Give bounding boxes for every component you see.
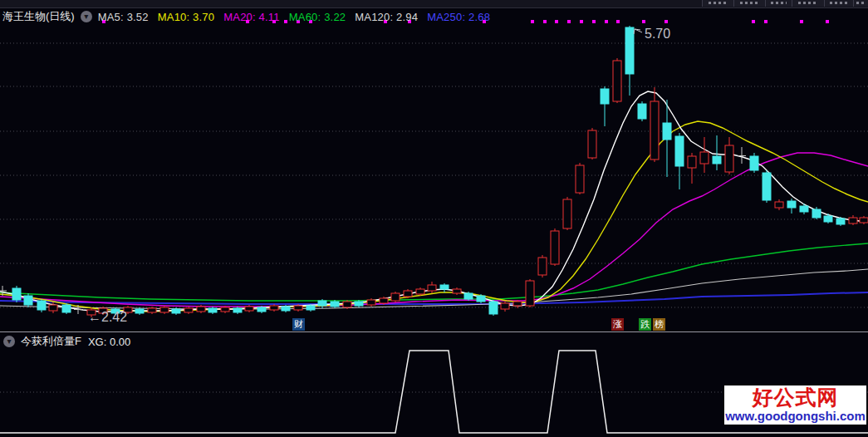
candle bbox=[551, 228, 559, 266]
candle bbox=[12, 286, 21, 302]
candle bbox=[650, 87, 659, 162]
candle bbox=[24, 293, 32, 307]
candle bbox=[404, 289, 412, 298]
candle bbox=[501, 302, 509, 312]
watermark-title: 好公式网 bbox=[724, 386, 866, 409]
candle bbox=[601, 86, 609, 126]
indicator-name: 今获利倍量F bbox=[21, 334, 81, 349]
candle bbox=[700, 137, 709, 173]
price-annotation: 5.70 bbox=[645, 27, 670, 41]
candle bbox=[148, 307, 156, 314]
ma-line-MA10 bbox=[0, 121, 868, 312]
candle bbox=[37, 299, 46, 312]
candle bbox=[391, 292, 400, 302]
chevron-down-icon[interactable] bbox=[3, 336, 15, 347]
ma-legend-item: MA10: 3.70 bbox=[158, 11, 215, 23]
candle bbox=[197, 305, 205, 313]
stock-title: 海王生物(日线) bbox=[2, 9, 75, 24]
candle bbox=[526, 279, 534, 307]
candle bbox=[440, 283, 449, 292]
ma-line-MA5 bbox=[0, 91, 868, 312]
candle bbox=[763, 170, 771, 203]
candle bbox=[270, 304, 278, 312]
candle bbox=[860, 216, 868, 224]
event-badge[interactable]: 涨 bbox=[611, 318, 624, 331]
watermark-url: www.goodgongshi.com bbox=[724, 409, 866, 423]
candle bbox=[787, 199, 796, 214]
candle bbox=[663, 100, 671, 177]
ma-lines-layer bbox=[0, 91, 868, 312]
candle bbox=[233, 307, 242, 314]
candle bbox=[576, 163, 584, 194]
candle bbox=[343, 300, 351, 309]
ma-legend: MA5: 3.52MA10: 3.70MA20: 4.11MA60: 3.22M… bbox=[98, 11, 490, 23]
candle bbox=[489, 300, 498, 316]
ma-line-MA60 bbox=[0, 243, 868, 301]
indicator-header: 今获利倍量F XG: 0.00 bbox=[0, 333, 868, 350]
event-badge[interactable]: 榜 bbox=[653, 318, 665, 331]
candle bbox=[588, 128, 596, 160]
panel-divider[interactable] bbox=[0, 331, 868, 332]
candle bbox=[464, 292, 473, 301]
candle bbox=[477, 294, 485, 303]
candle bbox=[331, 300, 339, 308]
candle bbox=[738, 147, 746, 164]
candle bbox=[160, 306, 169, 314]
indicator-value: XG: 0.00 bbox=[88, 336, 130, 348]
candle bbox=[625, 26, 634, 96]
candle bbox=[367, 298, 375, 307]
candle bbox=[725, 137, 733, 174]
candle bbox=[800, 204, 808, 214]
candle bbox=[538, 255, 547, 277]
ma-legend-item: MA60: 3.22 bbox=[289, 11, 346, 23]
candle bbox=[428, 282, 436, 293]
candle bbox=[613, 58, 621, 103]
candle bbox=[849, 215, 857, 225]
candle bbox=[675, 133, 684, 189]
candlestick-chart[interactable]: 5.70←2.42 bbox=[0, 0, 868, 437]
candle bbox=[775, 199, 783, 210]
watermark: 好公式网 www.goodgongshi.com bbox=[724, 385, 866, 425]
candle bbox=[688, 153, 696, 184]
chart-header: 海王生物(日线) MA5: 3.52MA10: 3.70MA20: 4.11MA… bbox=[0, 7, 868, 26]
candle bbox=[836, 217, 845, 226]
candle bbox=[380, 297, 388, 305]
event-badge[interactable]: 跌 bbox=[639, 318, 651, 331]
event-badge[interactable]: 财 bbox=[292, 318, 305, 331]
candle bbox=[750, 153, 758, 173]
candle bbox=[184, 307, 193, 314]
candle bbox=[453, 287, 461, 295]
ma-legend-item: MA5: 3.52 bbox=[98, 11, 149, 23]
candle bbox=[62, 303, 71, 314]
candles-layer bbox=[0, 26, 868, 317]
ma-legend-item: MA20: 4.11 bbox=[223, 11, 280, 23]
candle bbox=[513, 300, 522, 308]
ma-line-MA20 bbox=[0, 153, 868, 307]
candle bbox=[713, 135, 721, 170]
candle bbox=[416, 287, 424, 296]
chevron-down-icon[interactable] bbox=[81, 11, 92, 22]
price-annotation: ←2.42 bbox=[88, 310, 127, 324]
candle bbox=[318, 299, 326, 308]
candle bbox=[563, 197, 571, 230]
ma-legend-item: MA120: 2.94 bbox=[355, 11, 418, 23]
candle bbox=[638, 101, 646, 121]
ma-legend-item: MA250: 2.68 bbox=[427, 11, 490, 23]
